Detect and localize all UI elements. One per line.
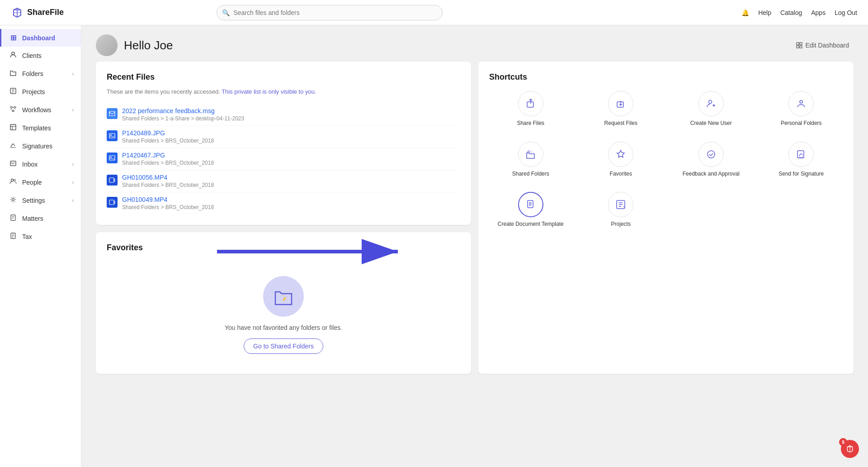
- svg-rect-14: [797, 46, 799, 48]
- svg-rect-13: [800, 43, 802, 45]
- favorites-card: Favorites You have not favorited any fol…: [96, 232, 471, 374]
- nav-actions: 🔔 Help Catalog Apps Log Out: [741, 9, 857, 16]
- file-icon-img-1: [107, 130, 118, 141]
- favorites-empty-state: You have not favorited any folders or fi…: [107, 258, 460, 363]
- workflows-chevron: ›: [72, 107, 74, 113]
- sidebar-label-matters: Matters: [22, 215, 43, 222]
- shortcut-personal-folders-label: Personal Folders: [781, 120, 822, 127]
- settings-icon: [9, 196, 18, 205]
- logo-icon: [11, 6, 24, 19]
- greeting-area: Hello Joe: [96, 34, 173, 56]
- app-name: ShareFile: [27, 8, 64, 17]
- shortcut-send-for-signature-icon: [788, 142, 814, 167]
- shortcut-request-files[interactable]: Request Files: [580, 87, 663, 131]
- badge-logo-icon: [845, 444, 854, 453]
- shortcut-personal-folders-icon: [788, 91, 814, 116]
- workflows-icon: [9, 105, 18, 114]
- search-input[interactable]: [217, 5, 443, 20]
- shortcut-feedback-approval[interactable]: Feedback and Approval: [670, 138, 753, 181]
- main-content: Hello Joe Edit Dashboard Recent Files Th…: [81, 25, 868, 467]
- shortcut-create-new-user-icon: [698, 91, 724, 116]
- sidebar-label-templates: Templates: [22, 124, 51, 132]
- help-link[interactable]: Help: [758, 9, 771, 16]
- shortcut-shared-folders[interactable]: Shared Folders: [489, 138, 572, 181]
- shortcut-create-doc-template-label: Create Document Template: [498, 221, 564, 228]
- sidebar-label-folders: Folders: [22, 70, 43, 77]
- recent-files-title: Recent Files: [107, 72, 460, 82]
- sidebar-item-signatures[interactable]: Signatures: [0, 137, 81, 155]
- shortcut-create-new-user[interactable]: Create New User: [670, 87, 753, 131]
- shortcut-share-files[interactable]: Share Files: [489, 87, 572, 131]
- sidebar-label-signatures: Signatures: [22, 143, 52, 150]
- inbox-chevron: ›: [72, 161, 74, 167]
- file-icon-vid-1: [107, 175, 118, 186]
- sidebar-item-tax[interactable]: Tax: [0, 228, 81, 246]
- sidebar-item-people[interactable]: People ›: [0, 173, 81, 191]
- go-to-shared-folders-button[interactable]: Go to Shared Folders: [244, 338, 323, 354]
- file-item-2[interactable]: P1420489.JPG Shared Folders > BRS_Octobe…: [107, 126, 460, 148]
- shortcut-projects-label: Projects: [611, 221, 631, 228]
- sidebar-item-matters[interactable]: Matters: [0, 210, 81, 228]
- file-item-4[interactable]: GH010056.MP4 Shared Folders > BRS_Octobe…: [107, 170, 460, 192]
- sidebar-label-people: People: [22, 179, 42, 186]
- shortcut-personal-folders[interactable]: Personal Folders: [760, 87, 843, 131]
- shortcut-shared-folders-label: Shared Folders: [512, 171, 549, 178]
- file-info-3: P1420467.JPG Shared Folders > BRS_Octobe…: [122, 152, 214, 166]
- favorites-title: Favorites: [107, 243, 460, 253]
- shortcut-projects[interactable]: Projects: [580, 188, 663, 232]
- svg-point-18: [110, 134, 112, 136]
- shortcut-feedback-approval-icon: [698, 142, 724, 167]
- dashboard-grid: Recent Files These are the items you rec…: [81, 62, 868, 388]
- sidebar-label-dashboard: Dashboard: [22, 34, 55, 42]
- badge-count: 9: [839, 438, 847, 446]
- projects-icon: [9, 87, 18, 96]
- svg-rect-23: [527, 102, 533, 107]
- notification-badge[interactable]: 9: [841, 440, 859, 458]
- svg-point-0: [12, 52, 14, 55]
- file-info-2: P1420489.JPG Shared Folders > BRS_Octobe…: [122, 129, 214, 144]
- matters-icon: [9, 214, 18, 223]
- svg-rect-29: [797, 151, 804, 158]
- shortcut-share-files-icon: [518, 91, 543, 116]
- search-bar: 🔍: [217, 5, 443, 20]
- file-item-5[interactable]: GH010049.MP4 Shared Folders > BRS_Octobe…: [107, 192, 460, 214]
- shortcut-share-files-label: Share Files: [517, 120, 544, 127]
- file-item-3[interactable]: P1420467.JPG Shared Folders > BRS_Octobe…: [107, 148, 460, 170]
- svg-rect-5: [10, 124, 16, 130]
- shortcut-request-files-label: Request Files: [604, 120, 637, 127]
- apps-link[interactable]: Apps: [811, 9, 826, 16]
- edit-dashboard-button[interactable]: Edit Dashboard: [792, 39, 854, 52]
- svg-rect-22: [109, 200, 114, 205]
- sidebar-item-clients[interactable]: Clients: [0, 47, 81, 65]
- sidebar-item-workflows[interactable]: Workflows ›: [0, 101, 81, 119]
- logout-link[interactable]: Log Out: [835, 9, 857, 16]
- notifications-bell[interactable]: 🔔: [741, 9, 749, 16]
- edit-dashboard-label: Edit Dashboard: [805, 42, 849, 49]
- shortcut-favorites-label: Favorites: [610, 171, 632, 178]
- dashboard-header: Hello Joe Edit Dashboard: [81, 25, 868, 62]
- sidebar-item-inbox[interactable]: Inbox ›: [0, 155, 81, 173]
- sidebar-item-projects[interactable]: Projects: [0, 83, 81, 101]
- shortcut-send-for-signature[interactable]: Send for Signature: [760, 138, 843, 181]
- shortcut-favorites[interactable]: Favorites: [580, 138, 663, 181]
- file-icon-msg: [107, 108, 118, 119]
- sidebar-label-tax: Tax: [22, 233, 32, 240]
- favorites-empty-text: You have not favorited any folders or fi…: [225, 324, 342, 331]
- shortcut-create-doc-template[interactable]: Create Document Template: [489, 188, 572, 232]
- catalog-link[interactable]: Catalog: [780, 9, 802, 16]
- user-avatar: [96, 34, 118, 56]
- settings-chevron: ›: [72, 197, 74, 204]
- sidebar-item-settings[interactable]: Settings ›: [0, 191, 81, 210]
- svg-point-2: [10, 106, 12, 108]
- sidebar-item-dashboard[interactable]: ⊞ Dashboard: [0, 29, 81, 47]
- svg-point-8: [14, 179, 15, 181]
- people-chevron: ›: [72, 179, 74, 186]
- sidebar-item-templates[interactable]: Templates: [0, 119, 81, 137]
- svg-rect-16: [109, 111, 115, 116]
- file-item-1[interactable]: 2022 performance feedback.msg Shared Fol…: [107, 104, 460, 126]
- search-icon: 🔍: [222, 9, 230, 16]
- edit-dashboard-icon: [796, 42, 802, 48]
- sidebar-item-folders[interactable]: Folders ›: [0, 65, 81, 83]
- clients-icon: [9, 51, 18, 60]
- logo[interactable]: ShareFile: [11, 6, 64, 19]
